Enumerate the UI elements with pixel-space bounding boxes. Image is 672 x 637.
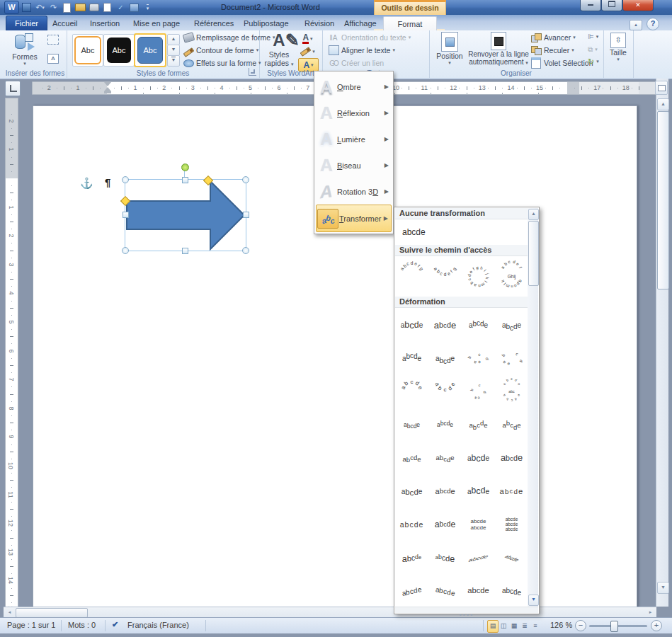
transform-option[interactable]: abcde (495, 408, 528, 442)
transform-option[interactable]: abcdefghijklmn (462, 257, 495, 297)
tab-fichier[interactable]: Fichier (6, 16, 47, 30)
transform-option[interactable]: abcde (428, 408, 462, 442)
page-indicator[interactable]: Page : 1 sur 1 (7, 621, 56, 629)
scroll-up-icon[interactable]: ▲ (657, 98, 669, 110)
transform-option[interactable]: abcde (428, 508, 462, 541)
dialog-launcher-icon[interactable] (249, 68, 256, 76)
transform-option[interactable]: abcdefGhijklmnopq (495, 257, 528, 297)
resize-handle-s[interactable] (182, 248, 188, 254)
zoom-out-icon[interactable]: − (575, 620, 586, 631)
transform-option[interactable]: abcde (395, 475, 428, 508)
save-icon[interactable] (21, 2, 33, 13)
text-outline-button[interactable]: ▾ (298, 45, 317, 57)
formes-button[interactable]: Formes ▾ (9, 33, 40, 67)
resize-handle-n[interactable] (182, 177, 188, 183)
view-draft-icon[interactable]: ≡ (530, 620, 541, 633)
resize-handle-w[interactable] (123, 212, 129, 218)
contour-de-forme-button[interactable]: Contour de forme▾ (183, 45, 258, 55)
submenu-scrollbar[interactable]: ▲ ▼ (528, 208, 538, 607)
resize-handle-nw[interactable] (122, 176, 129, 183)
transform-option[interactable]: abcde (462, 309, 495, 342)
shape-style-preset-1[interactable]: Abc (72, 34, 103, 67)
toggle-ruler-button[interactable] (655, 81, 668, 95)
transform-option[interactable]: abcde (462, 442, 495, 475)
vertical-ruler[interactable]: 21123456789101112131415 (5, 98, 18, 618)
aligner-le-texte-button[interactable]: Aligner le texte▾ (328, 45, 395, 55)
transform-option[interactable]: abcdefg (395, 257, 428, 297)
open-icon[interactable] (74, 2, 86, 13)
styles-rapides-button[interactable]: A✎ Styles rapides ▾ (262, 32, 296, 67)
shape-style-preset-2[interactable]: Abc (103, 34, 135, 67)
resize-handle-ne[interactable] (242, 176, 249, 183)
effets-sur-la-forme-button[interactable]: Effets sur la forme▾ (183, 58, 261, 68)
redo-icon[interactable]: ↷ (47, 2, 59, 13)
transform-option[interactable]: abcde (428, 575, 462, 608)
transform-option[interactable]: abcdefg (428, 257, 462, 297)
scroll-down-icon[interactable]: ▼ (657, 582, 669, 594)
gallery-more-icon[interactable]: ▼ (167, 55, 180, 67)
vertical-scrollbar[interactable]: ▲ ▼ (656, 79, 668, 607)
transform-option[interactable]: abcde (462, 475, 495, 508)
view-web-layout-icon[interactable]: ▦ (508, 620, 520, 633)
menu-item-lumi-re[interactable]: ALumière▶ (316, 126, 392, 152)
transform-option[interactable]: abcde (395, 442, 428, 475)
menu-item-transformer[interactable]: abcTransformer▶ (316, 205, 392, 232)
menu-item-biseau[interactable]: ABiseau▶ (316, 152, 392, 178)
minimize-button[interactable] (580, 0, 601, 11)
tab-accueil[interactable]: Accueil (44, 16, 86, 30)
transform-option[interactable]: abcde (428, 475, 462, 508)
resize-handle-e[interactable] (243, 212, 249, 218)
transform-option[interactable]: abcde (395, 575, 428, 608)
transform-option[interactable]: abcde (395, 541, 428, 575)
transform-option[interactable]: abcde (495, 342, 528, 375)
gallery-up-icon[interactable]: ▲ (167, 34, 180, 45)
transform-option[interactable]: abcde (462, 541, 495, 575)
scroll-left-icon[interactable]: ◂ (4, 608, 15, 616)
transform-option[interactable]: abcde (428, 541, 462, 575)
zoom-level[interactable]: 126 % (550, 621, 572, 629)
transform-option-none[interactable]: abcde (395, 219, 528, 245)
rotation-handle[interactable] (181, 163, 189, 171)
scroll-right-icon[interactable]: ▸ (645, 608, 656, 616)
view-outline-icon[interactable]: ≣ (519, 620, 530, 633)
transform-option[interactable]: abcde (462, 575, 495, 608)
submenu-scroll-up-icon[interactable]: ▲ (528, 209, 539, 220)
word-count[interactable]: Mots : 0 (68, 621, 96, 629)
transform-option[interactable]: abcde (462, 375, 495, 408)
transform-option[interactable]: abcdeabcdeabcde (495, 508, 528, 541)
resize-handle-sw[interactable] (122, 247, 129, 254)
close-button[interactable]: ✕ (622, 0, 654, 11)
volet-selection-button[interactable]: Volet Sélection (530, 58, 593, 68)
tab-mise-en-page[interactable]: Mise en page (125, 16, 188, 30)
menu-item-r-flexion[interactable]: ARéflexion▶ (316, 100, 392, 126)
gallery-down-icon[interactable]: ▼ (167, 45, 180, 56)
transform-option[interactable]: abcde (428, 342, 462, 375)
transform-option[interactable]: abcde (462, 342, 495, 375)
orientation-du-texte-button[interactable]: ‖A Orientation du texte▾ (328, 33, 411, 42)
transform-option[interactable]: abcde (395, 342, 428, 375)
transform-option[interactable]: abcde (495, 575, 528, 608)
edit-shape-button[interactable] (47, 35, 59, 47)
submenu-scroll-thumb[interactable] (528, 221, 539, 286)
view-print-layout-icon[interactable]: ▤ (487, 620, 499, 633)
transform-option[interactable]: abcde (395, 408, 428, 442)
transform-option[interactable]: abcde (428, 309, 462, 342)
tab-affichage[interactable]: Affichage (336, 16, 385, 30)
undo-icon[interactable]: ↶▾ (34, 2, 46, 13)
menu-item-rotation-3d[interactable]: ARotation 3D▶ (316, 178, 392, 205)
transform-option[interactable]: abcde (495, 442, 528, 475)
group-objects-button[interactable]: ⧉▾ (588, 45, 598, 54)
maximize-button[interactable] (601, 0, 622, 11)
transform-option[interactable]: abcdeabcabcde (495, 375, 528, 408)
align-objects-button[interactable]: ⊫▾ (588, 33, 598, 40)
horizontal-scroll-thumb[interactable] (16, 608, 88, 618)
collapse-ribbon-icon[interactable]: ▴ (630, 20, 642, 30)
reculer-button[interactable]: Reculer▾ (530, 45, 574, 55)
macro-icon[interactable] (128, 2, 140, 13)
resize-handle-se[interactable] (242, 247, 249, 254)
text-box-button[interactable]: A (47, 50, 59, 64)
zoom-in-icon[interactable]: + (651, 620, 662, 631)
transform-option[interactable]: abcde (462, 408, 495, 442)
view-fullscreen-reading-icon[interactable]: ◫ (498, 620, 509, 633)
transform-option[interactable]: abcde (428, 442, 462, 475)
